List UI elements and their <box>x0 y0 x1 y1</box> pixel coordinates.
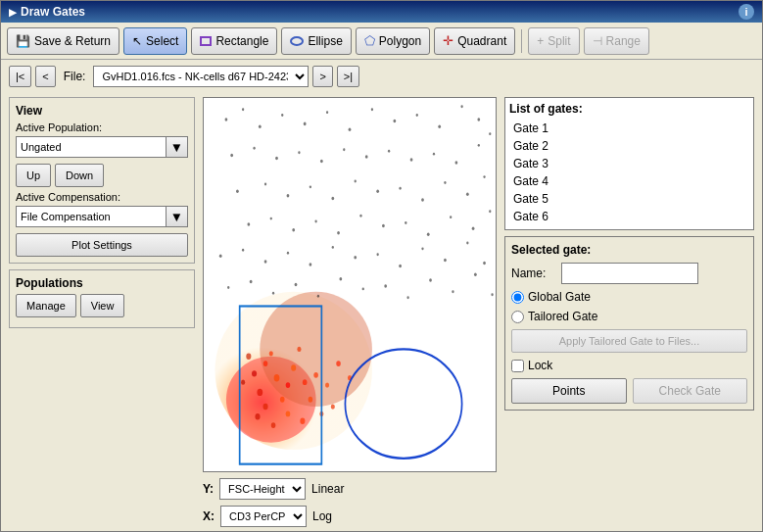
points-button[interactable]: Points <box>511 378 627 404</box>
gate-item-6[interactable]: Gate 6 <box>509 208 749 225</box>
info-icon[interactable]: i <box>739 4 754 20</box>
compensation-container: File Compensation ▼ <box>16 206 188 227</box>
populations-section: Populations Manage View <box>9 269 195 328</box>
svg-point-48 <box>382 224 385 228</box>
y-axis-select-container: FSC-Height <box>219 478 306 500</box>
nav-next-button[interactable]: > <box>312 66 332 87</box>
svg-point-15 <box>460 105 462 108</box>
down-button[interactable]: Down <box>55 164 104 187</box>
file-select[interactable]: GvHD1.016.fcs - NK-cells d67 HD-242344 <box>93 66 309 87</box>
compensation-dropdown[interactable]: ▼ <box>167 206 188 227</box>
svg-point-99 <box>309 397 313 403</box>
lock-checkbox[interactable] <box>511 360 524 372</box>
svg-point-54 <box>219 254 222 258</box>
svg-point-18 <box>230 154 233 158</box>
active-population-value: Ungated <box>16 136 167 158</box>
plot-canvas <box>204 98 496 471</box>
svg-point-84 <box>269 351 273 356</box>
svg-point-98 <box>255 413 260 419</box>
svg-point-102 <box>300 417 305 423</box>
rectangle-icon <box>200 36 212 46</box>
svg-point-62 <box>399 265 402 268</box>
center-panel: Y: FSC-Height Linear X: CD3 PerCP Log <box>203 97 497 527</box>
svg-point-42 <box>247 222 250 226</box>
window-title: Draw Gates <box>21 5 85 19</box>
ellipse-icon <box>290 36 304 46</box>
global-gate-radio[interactable] <box>511 291 524 304</box>
svg-point-77 <box>452 290 453 293</box>
gate-item-4[interactable]: Gate 4 <box>509 172 749 190</box>
svg-point-6 <box>259 125 262 129</box>
x-axis-type: Log <box>312 509 332 523</box>
svg-point-49 <box>405 221 406 224</box>
nav-last-button[interactable]: >| <box>337 66 359 87</box>
svg-point-88 <box>280 397 285 403</box>
svg-point-80 <box>263 361 268 366</box>
gate-item-3[interactable]: Gate 3 <box>509 155 749 172</box>
plot-area[interactable] <box>203 97 497 472</box>
svg-point-93 <box>263 404 268 410</box>
select-button[interactable]: ↖ Select <box>123 27 187 55</box>
gate-item-2[interactable]: Gate 2 <box>509 137 749 155</box>
svg-point-46 <box>337 231 340 235</box>
svg-point-21 <box>298 151 300 154</box>
nav-first-button[interactable]: |< <box>9 66 31 87</box>
svg-point-11 <box>371 108 373 111</box>
svg-point-28 <box>455 161 458 165</box>
svg-point-34 <box>331 197 334 201</box>
split-icon: + <box>537 34 544 48</box>
left-panel: View Active Population: Ungated ▼ Up Dow… <box>9 97 195 527</box>
svg-point-19 <box>253 147 255 150</box>
save-return-button[interactable]: 💾 Save & Return <box>7 27 119 55</box>
y-axis-controls: Y: FSC-Height Linear <box>203 478 497 500</box>
svg-point-91 <box>313 372 318 378</box>
rectangle-button[interactable]: Rectangle <box>191 27 277 55</box>
tailored-gate-radio[interactable] <box>511 311 524 323</box>
svg-point-20 <box>275 157 278 161</box>
y-axis-select[interactable]: FSC-Height <box>219 478 306 500</box>
view-title: View <box>16 104 188 118</box>
svg-point-79 <box>491 293 493 296</box>
svg-point-52 <box>472 227 475 231</box>
svg-point-22 <box>320 160 323 164</box>
svg-point-101 <box>271 422 276 428</box>
gate-item-5[interactable]: Gate 5 <box>509 190 749 208</box>
ellipse-button[interactable]: Ellipse <box>281 27 351 55</box>
svg-point-7 <box>281 114 283 117</box>
x-axis-select[interactable]: CD3 PerCP <box>220 506 307 527</box>
range-button-disabled: ⊣ Range <box>584 27 649 55</box>
polygon-icon: ⬠ <box>364 33 375 48</box>
svg-point-70 <box>295 283 298 287</box>
svg-point-57 <box>287 252 289 255</box>
plot-settings-button[interactable]: Plot Settings <box>16 233 188 257</box>
svg-point-50 <box>427 232 430 236</box>
check-gate-button: Check Gate <box>633 378 748 404</box>
svg-point-66 <box>483 262 486 266</box>
svg-point-17 <box>489 132 491 135</box>
gate-item-1[interactable]: Gate 1 <box>509 120 749 137</box>
svg-point-47 <box>359 215 361 218</box>
nav-prev-button[interactable]: < <box>35 66 55 87</box>
svg-point-78 <box>474 272 477 276</box>
svg-point-8 <box>304 122 307 126</box>
select-icon: ↖ <box>132 34 142 48</box>
svg-point-13 <box>416 114 418 117</box>
active-population-dropdown[interactable]: ▼ <box>167 136 188 158</box>
view-populations-button[interactable]: View <box>80 294 125 317</box>
name-input[interactable] <box>561 263 698 284</box>
svg-point-65 <box>466 242 468 245</box>
svg-point-83 <box>252 370 257 376</box>
manage-button[interactable]: Manage <box>16 294 76 317</box>
selected-gate-panel: Selected gate: Name: Global Gate Tailore… <box>504 236 754 411</box>
view-section: View Active Population: Ungated ▼ Up Dow… <box>9 97 195 264</box>
active-population-container: Ungated ▼ <box>16 136 188 158</box>
svg-point-96 <box>336 361 341 366</box>
svg-point-31 <box>264 182 266 185</box>
quadrant-button[interactable]: ✛ Quadrant <box>434 27 515 55</box>
svg-point-51 <box>450 216 452 218</box>
svg-point-12 <box>393 120 396 123</box>
svg-point-5 <box>242 108 244 111</box>
svg-point-40 <box>466 192 469 196</box>
up-button[interactable]: Up <box>16 164 51 187</box>
polygon-button[interactable]: ⬠ Polygon <box>356 27 430 55</box>
